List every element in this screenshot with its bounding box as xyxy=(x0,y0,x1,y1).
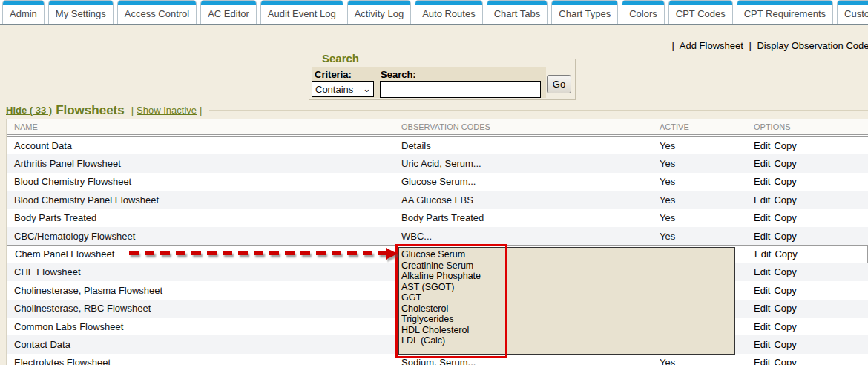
tab-activity-log[interactable]: Activity Log xyxy=(347,0,411,24)
options-cell: EditCopy xyxy=(754,194,868,205)
copy-link[interactable]: Copy xyxy=(774,303,796,314)
copy-link[interactable]: Copy xyxy=(774,285,796,296)
flowsheet-name: Body Parts Treated xyxy=(7,212,401,223)
table-row: Arthritis Panel Flowsheet Uric Acid, Ser… xyxy=(7,154,868,172)
search-input[interactable] xyxy=(380,81,541,98)
tab-admin[interactable]: Admin xyxy=(2,0,45,24)
criteria-label: Criteria: xyxy=(315,69,352,80)
tab-label: Auto Routes xyxy=(415,5,482,24)
edit-link[interactable]: Edit xyxy=(754,176,770,187)
edit-link[interactable]: Edit xyxy=(754,231,770,242)
edit-link[interactable]: Edit xyxy=(754,321,770,332)
flowsheet-name: Arthritis Panel Flowsheet xyxy=(7,158,401,169)
options-cell: EditCopy xyxy=(754,357,868,365)
copy-link[interactable]: Copy xyxy=(774,194,796,205)
edit-link[interactable]: Edit xyxy=(754,249,771,260)
add-flowsheet-link[interactable]: Add Flowsheet xyxy=(680,40,743,51)
edit-link[interactable]: Edit xyxy=(754,266,770,277)
tab-label: Chart Tabs xyxy=(487,5,548,24)
display-observation-codes-link[interactable]: Display Observation Codes xyxy=(757,40,868,51)
hide-count-link[interactable]: Hide ( 33 ) xyxy=(6,105,52,116)
copy-link[interactable]: Copy xyxy=(775,249,797,260)
options-cell: EditCopy xyxy=(754,231,868,242)
tab-auto-routes[interactable]: Auto Routes xyxy=(415,0,483,24)
chevron-down-icon: ⌄ xyxy=(363,85,371,93)
options-cell: EditCopy xyxy=(754,158,868,169)
copy-link[interactable]: Copy xyxy=(774,212,796,223)
tab-label: My Settings xyxy=(49,5,113,24)
options-cell: EditCopy xyxy=(754,249,867,260)
edit-link[interactable]: Edit xyxy=(754,339,770,350)
active-value: Yes xyxy=(660,194,754,205)
copy-link[interactable]: Copy xyxy=(774,357,796,365)
tab-cpt-codes[interactable]: CPT Codes xyxy=(668,0,733,24)
tab-label: Chart Types xyxy=(552,5,617,24)
column-header-name[interactable]: NAME xyxy=(7,122,401,131)
flowsheet-name: Blood Chemistry Flowsheet xyxy=(7,176,401,187)
go-button[interactable]: Go xyxy=(547,75,571,93)
tab-audit-event-log[interactable]: Audit Event Log xyxy=(260,0,343,24)
active-value: Yes xyxy=(660,357,754,365)
table-row: Blood Chemistry Panel Flowsheet AA Gluco… xyxy=(7,191,868,208)
options-cell: EditCopy xyxy=(754,140,868,151)
flowsheet-name: Common Labs Flowsheet xyxy=(7,321,401,332)
observation-codes: WBC... xyxy=(401,231,660,242)
show-inactive-link[interactable]: Show Inactive xyxy=(137,105,197,116)
tab-label: Audit Event Log xyxy=(261,5,343,24)
tab-colors[interactable]: Colors xyxy=(622,0,665,24)
criteria-select[interactable]: Contains ⌄ xyxy=(312,81,374,97)
tab-my-settings[interactable]: My Settings xyxy=(48,0,114,24)
edit-link[interactable]: Edit xyxy=(754,303,770,314)
observation-codes: Uric Acid, Serum... xyxy=(401,158,660,169)
table-header-row: NAME OBSERVATION CODES ACTIVE OPTIONS xyxy=(7,119,868,134)
tab-chart-types[interactable]: Chart Types xyxy=(551,0,618,24)
tab-chart-tabs[interactable]: Chart Tabs xyxy=(487,0,548,24)
copy-link[interactable]: Copy xyxy=(774,321,796,332)
options-cell: EditCopy xyxy=(754,303,868,314)
edit-link[interactable]: Edit xyxy=(754,140,770,151)
tab-label: CPT Requirements xyxy=(737,5,832,24)
column-header-active[interactable]: ACTIVE xyxy=(660,122,754,131)
tab-ac-editor[interactable]: AC Editor xyxy=(200,0,257,24)
options-cell: EditCopy xyxy=(754,321,868,332)
flowsheet-name: Electrolytes Flowsheet xyxy=(7,357,401,365)
tab-cpt-requirements[interactable]: CPT Requirements xyxy=(737,0,833,24)
text-caret xyxy=(384,84,384,95)
copy-link[interactable]: Copy xyxy=(774,231,796,242)
flowsheet-name: Cholinesterase, RBC Flowsheet xyxy=(7,303,401,314)
options-cell: EditCopy xyxy=(754,266,868,277)
edit-link[interactable]: Edit xyxy=(754,194,770,205)
top-tab-bar: Admin My Settings Access Control AC Edit… xyxy=(0,0,868,24)
edit-link[interactable]: Edit xyxy=(754,212,770,223)
observation-codes: AA Glucose FBS xyxy=(401,194,660,205)
copy-link[interactable]: Copy xyxy=(774,266,796,277)
table-row: Body Parts Treated Body Parts Treated Ye… xyxy=(7,209,868,227)
flowsheet-name: CHF Flowsheet xyxy=(7,266,401,277)
options-cell: EditCopy xyxy=(754,212,868,223)
edit-link[interactable]: Edit xyxy=(754,285,770,296)
search-legend: Search xyxy=(318,52,363,65)
flowsheet-name: Blood Chemistry Panel Flowsheet xyxy=(7,194,401,205)
copy-link[interactable]: Copy xyxy=(774,339,796,350)
options-cell: EditCopy xyxy=(754,285,868,296)
table-row: Blood Chemistry Flowsheet Glucose Serum.… xyxy=(7,173,868,191)
annotation-arrow xyxy=(129,248,401,260)
active-value: Yes xyxy=(660,212,754,223)
page-title: Flowsheets xyxy=(56,103,125,118)
edit-link[interactable]: Edit xyxy=(754,158,770,169)
observation-codes: Glucose Serum... xyxy=(401,176,660,187)
tab-access-control[interactable]: Access Control xyxy=(117,0,197,24)
edit-link[interactable]: Edit xyxy=(754,357,770,365)
tab-label: AC Editor xyxy=(201,5,256,24)
tab-custom-pharmacy[interactable]: Custom Pharmacy xyxy=(837,0,868,24)
copy-link[interactable]: Copy xyxy=(774,140,796,151)
observation-codes: Details xyxy=(401,140,660,151)
copy-link[interactable]: Copy xyxy=(774,158,796,169)
copy-link[interactable]: Copy xyxy=(774,176,796,187)
column-header-options: OPTIONS xyxy=(754,122,868,131)
annotation-highlight-box xyxy=(395,244,507,358)
observation-codes: Body Parts Treated xyxy=(401,212,660,223)
arrow-dashes xyxy=(129,251,387,255)
tab-label: CPT Codes xyxy=(669,5,732,24)
tabbar-divider xyxy=(0,24,868,25)
